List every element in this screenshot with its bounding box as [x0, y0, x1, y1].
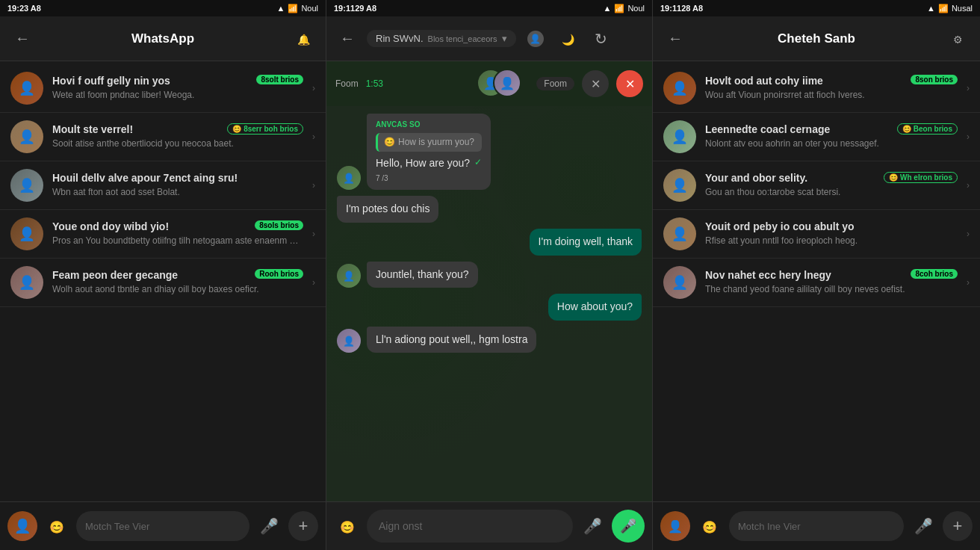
- call-end-button[interactable]: ✕: [616, 70, 643, 97]
- chat-item-top: Moult ste verrel!😊8serr boh brios: [52, 123, 303, 135]
- center-mic-text-button[interactable]: 🎤: [579, 513, 606, 540]
- chat-item-preview: Pros an You boundtbetty otiifng tilh net…: [52, 235, 303, 247]
- chat-item-top: Your and obor selity.😊Wh elron brios: [705, 172, 958, 184]
- left-back-button[interactable]: [9, 25, 36, 52]
- center-emoji-button[interactable]: [334, 513, 361, 540]
- center-back-button[interactable]: [334, 25, 361, 52]
- center-input-area: 🎤 🎤: [326, 501, 652, 550]
- chat-item-preview: Wbn aat fton aot aod sset Bolat.: [52, 186, 303, 199]
- list-item[interactable]: 👤Hovlt ood aut cohy iime8son briosWou af…: [653, 64, 980, 113]
- right-status-bar: 19:1128 A8 ▲ 📶 Nusal: [653, 0, 980, 16]
- list-item[interactable]: 👤Hovi f ouff gelly nin yos8solt briosWet…: [0, 64, 326, 113]
- call-avatar-2: 👤: [493, 69, 521, 97]
- message-quote: 😊How is yuurm you?: [376, 133, 482, 152]
- right-time: 19:1128 A8: [660, 4, 703, 13]
- battery-icon: Noul: [301, 4, 318, 13]
- list-item[interactable]: 👤Nov nahet ecc hery lnegy8coh briosThe c…: [653, 259, 980, 307]
- list-item[interactable]: 👤Youit ord peby io cou abult yoRfise att…: [653, 210, 980, 259]
- chat-item-content: Feam peon deer gecangeRooh briosWolh aou…: [52, 269, 303, 296]
- chat-badge: 8sols brios: [255, 220, 303, 230]
- send-button[interactable]: 🎤: [612, 510, 645, 543]
- right-bottom-nav: 👤 Motch Ine Vier 🎤 +: [653, 501, 980, 550]
- center-signal-icon: 📶: [614, 4, 624, 13]
- chat-item-name: Moult ste verrel!: [52, 123, 133, 135]
- chat-avatar: 👤: [10, 169, 43, 202]
- left-mic-button[interactable]: 🎤: [255, 513, 282, 540]
- left-time: 19:23 A8: [7, 4, 41, 13]
- right-mic-button[interactable]: 🎤: [910, 513, 937, 540]
- chat-badge: 8solt brios: [256, 75, 303, 84]
- list-item[interactable]: 👤Moult ste verrel!😊8serr boh briosSooit …: [0, 113, 326, 161]
- plus-icon: +: [299, 516, 308, 536]
- message-group: I'm potes dou chis: [337, 196, 642, 223]
- right-emoji-icon: [702, 518, 717, 535]
- left-plus-button[interactable]: +: [288, 511, 318, 541]
- chat-badge: 8son brios: [911, 75, 958, 84]
- right-profile-avatar[interactable]: 👤: [660, 511, 690, 541]
- chat-item-top: Hovi f ouff gelly nin yos8solt brios: [52, 75, 303, 87]
- message-bubble: I'm potes dou chis: [337, 196, 438, 223]
- left-header: WhatsApp: [0, 16, 326, 61]
- right-header-title: Cheteh Sanb: [696, 31, 937, 46]
- left-bell-button[interactable]: [290, 25, 317, 52]
- left-bottom-nav: 👤 Motch Tee Vier 🎤 +: [0, 501, 326, 550]
- list-item[interactable]: 👤Feam peon deer gecangeRooh briosWolh ao…: [0, 259, 326, 307]
- right-back-button[interactable]: [662, 25, 689, 52]
- right-plus-icon: +: [953, 516, 963, 536]
- chat-badge: 8coh brios: [911, 269, 958, 279]
- chat-badge: Rooh brios: [255, 269, 303, 279]
- chevron-right-icon: ›: [312, 132, 315, 142]
- right-search-field[interactable]: Motch Ine Vier: [729, 511, 904, 541]
- list-item[interactable]: 👤Your and obor selity.😊Wh elron briosGou…: [653, 161, 980, 210]
- chat-item-name: Hovlt ood aut cohy iime: [705, 75, 823, 87]
- chat-item-name: Youit ord peby io cou abult yo: [705, 220, 855, 232]
- center-moon-button[interactable]: [555, 25, 582, 52]
- chevron-down-icon: ▾: [502, 33, 507, 44]
- mic-icon: 🎤: [260, 517, 279, 535]
- chat-avatar: 👤: [663, 217, 696, 250]
- center-refresh-button[interactable]: ↻: [588, 25, 615, 52]
- left-status-bar: 19:23 A8 ▲ 📶 Noul: [0, 0, 326, 16]
- chat-item-top: Leennedte coacl cernage😊Beon brios: [705, 123, 958, 135]
- right-signal-icon: 📶: [938, 4, 949, 13]
- call-mute-button[interactable]: ✕: [582, 70, 609, 97]
- chevron-right-icon: ›: [967, 277, 970, 288]
- chat-avatar: 👤: [10, 72, 43, 105]
- chevron-right-icon: ›: [967, 132, 970, 142]
- refresh-icon: ↻: [595, 30, 607, 48]
- center-status-icons: ▲ 📶 Noul: [603, 4, 645, 13]
- right-wifi-icon: ▲: [927, 4, 935, 13]
- mic-text-icon: 🎤: [583, 517, 602, 535]
- chat-avatar: 👤: [663, 266, 696, 299]
- chat-item-content: Youit ord peby io cou abult yoRfise att …: [705, 220, 958, 247]
- message-group: How about you?: [337, 294, 642, 321]
- chat-badge: 😊Wh elron brios: [884, 172, 958, 183]
- chat-name-dropdown[interactable]: Rin SWvN. Blos tenci_eaceors ▾: [367, 30, 516, 47]
- center-status-bar: 19:1129 A8 ▲ 📶 Noul: [326, 0, 652, 16]
- left-profile-avatar[interactable]: 👤: [7, 511, 37, 541]
- message-group: 👤Jountlel, thank you?: [337, 262, 642, 288]
- messages-area: 👤ANVCAS SO😊How is yuurm you?Hello, How a…: [326, 106, 652, 501]
- right-back-icon: [668, 30, 683, 47]
- left-emoji-button[interactable]: [43, 513, 70, 540]
- chat-item-preview: Wolh aout aond tbntle an dhiay oill boy …: [52, 283, 303, 296]
- chat-item-top: Hovlt ood aut cohy iime8son brios: [705, 75, 958, 87]
- chat-avatar: 👤: [663, 72, 696, 105]
- left-panel: 19:23 A8 ▲ 📶 Noul WhatsApp 👤Hovi f ouff …: [0, 0, 326, 550]
- center-video-button[interactable]: 👤: [522, 25, 549, 52]
- right-settings-button[interactable]: [944, 25, 971, 52]
- right-emoji-button[interactable]: [696, 513, 723, 540]
- send-icon: 🎤: [620, 518, 636, 534]
- chevron-right-icon: ›: [312, 229, 315, 239]
- right-battery-icon: Nusal: [952, 4, 973, 13]
- message-input[interactable]: [367, 510, 573, 543]
- chat-item-preview: Gou an thou oo:tarobe scat btersi.: [705, 186, 958, 199]
- chevron-right-icon: ›: [967, 180, 970, 191]
- chat-item-name: Houil dellv alve apour 7enct aing sru!: [52, 172, 238, 184]
- list-item[interactable]: 👤Leennedte coacl cernage😊Beon briosNolon…: [653, 113, 980, 161]
- list-item[interactable]: 👤Youe ond doy wibd yio!8sols briosPros a…: [0, 210, 326, 259]
- chat-item-preview: Wete atl foom pndnac liber! Weoga.: [52, 89, 303, 102]
- right-plus-button[interactable]: +: [943, 511, 973, 541]
- list-item[interactable]: 👤Houil dellv alve apour 7enct aing sru!W…: [0, 161, 326, 210]
- left-search-field[interactable]: Motch Tee Vier: [76, 511, 249, 541]
